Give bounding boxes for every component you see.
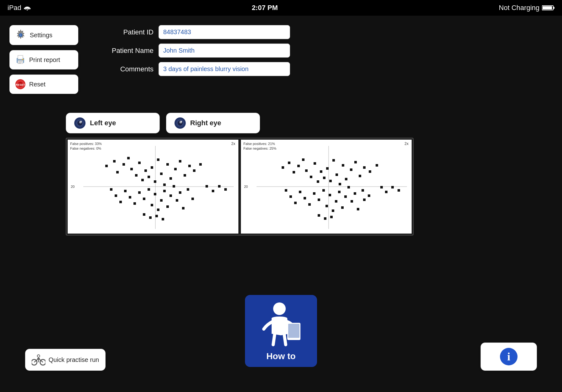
- svg-rect-63: [148, 188, 150, 191]
- svg-rect-78: [149, 216, 152, 219]
- svg-rect-130: [344, 195, 347, 198]
- svg-rect-87: [282, 166, 284, 169]
- svg-rect-53: [193, 169, 195, 172]
- svg-rect-120: [308, 203, 311, 206]
- svg-rect-122: [318, 199, 320, 201]
- eye-buttons: Left eye Right eye: [66, 113, 260, 133]
- patient-comments-row: Comments: [97, 62, 291, 76]
- svg-rect-131: [347, 186, 350, 188]
- svg-rect-2: [553, 7, 554, 9]
- patient-name-input[interactable]: [159, 44, 290, 58]
- right-eye-label: Right eye: [190, 119, 221, 127]
- how-to-icon: [256, 299, 306, 349]
- svg-rect-124: [325, 205, 328, 207]
- how-to-button[interactable]: How to: [245, 295, 317, 367]
- svg-rect-60: [133, 202, 136, 205]
- svg-rect-92: [305, 169, 308, 172]
- svg-rect-3: [543, 6, 552, 9]
- quick-practise-button[interactable]: Quick practise run: [25, 349, 106, 371]
- right-chart-20: 20: [244, 185, 248, 188]
- info-button[interactable]: i: [481, 343, 537, 371]
- quick-practise-container: Quick practise run: [25, 349, 106, 371]
- patient-id-input[interactable]: [159, 25, 290, 39]
- svg-rect-132: [351, 200, 353, 203]
- svg-rect-116: [289, 195, 292, 198]
- patient-comments-input[interactable]: [159, 62, 290, 76]
- svg-text:RESET: RESET: [16, 83, 25, 86]
- svg-rect-93: [310, 176, 312, 178]
- settings-label: Settings: [30, 32, 52, 39]
- svg-rect-49: [174, 168, 177, 170]
- svg-rect-113: [391, 186, 394, 188]
- svg-rect-69: [166, 205, 169, 208]
- charts-container: False positives: 33% False negatives: 0%…: [66, 138, 414, 235]
- svg-rect-71: [173, 185, 175, 188]
- left-eye-chart: False positives: 33% False negatives: 0%…: [68, 140, 238, 234]
- svg-point-147: [37, 355, 40, 357]
- right-false-negatives: False negatives: 25%: [243, 146, 276, 151]
- patient-id-row: Patient ID: [97, 25, 291, 39]
- reset-label: Reset: [29, 81, 45, 88]
- svg-rect-11: [18, 61, 22, 62]
- svg-rect-61: [138, 191, 141, 194]
- svg-rect-137: [324, 217, 326, 220]
- svg-rect-50: [179, 160, 181, 162]
- right-eye-button[interactable]: Right eye: [166, 113, 260, 133]
- left-eye-icon: [74, 117, 86, 129]
- right-eye-chart: False positives: 21% False negatives: 25…: [241, 140, 412, 234]
- left-chart-2x: 2x: [231, 142, 235, 146]
- svg-rect-70: [169, 194, 172, 197]
- svg-rect-100: [332, 159, 335, 162]
- svg-rect-52: [188, 165, 191, 167]
- svg-rect-82: [212, 190, 214, 192]
- print-report-button[interactable]: Print report: [9, 50, 78, 70]
- right-eye-icon: [174, 117, 186, 129]
- svg-rect-68: [163, 190, 166, 192]
- svg-rect-119: [304, 197, 306, 199]
- patient-name-row: Patient Name: [97, 44, 291, 58]
- svg-rect-111: [380, 186, 383, 188]
- patient-info: Patient ID Patient Name Comments: [97, 25, 291, 80]
- left-chart-stats: False positives: 33% False negatives: 0%: [70, 142, 102, 151]
- settings-button[interactable]: Settings: [9, 25, 78, 45]
- left-chart-20: 20: [71, 185, 75, 188]
- svg-point-14: [22, 59, 23, 60]
- svg-rect-41: [148, 176, 150, 178]
- left-eye-button[interactable]: Left eye: [66, 113, 160, 133]
- svg-rect-45: [160, 173, 163, 175]
- svg-rect-108: [363, 166, 366, 169]
- patient-name-label: Patient Name: [97, 47, 154, 55]
- svg-rect-39: [141, 179, 144, 181]
- battery-icon: [542, 5, 554, 11]
- svg-rect-56: [115, 194, 117, 197]
- right-chart-stats: False positives: 21% False negatives: 25…: [243, 142, 276, 151]
- svg-rect-40: [144, 169, 147, 172]
- svg-rect-33: [116, 171, 119, 173]
- svg-rect-76: [191, 198, 194, 200]
- svg-rect-57: [119, 201, 122, 203]
- reset-icon: RESET: [15, 79, 26, 90]
- wifi-icon: [24, 5, 31, 10]
- svg-rect-66: [157, 209, 159, 211]
- reset-button[interactable]: RESET Reset: [9, 75, 78, 94]
- svg-rect-99: [329, 180, 332, 182]
- svg-point-7: [20, 34, 21, 36]
- svg-rect-118: [299, 191, 301, 193]
- svg-rect-126: [332, 209, 334, 212]
- svg-rect-103: [342, 164, 344, 167]
- charging-status: Not Charging: [499, 4, 539, 12]
- svg-rect-12: [18, 62, 22, 63]
- status-bar: iPad 2:07 PM Not Charging: [0, 0, 562, 16]
- svg-rect-104: [345, 178, 347, 180]
- svg-rect-58: [124, 190, 127, 192]
- svg-rect-106: [354, 161, 357, 163]
- svg-rect-48: [169, 177, 172, 180]
- svg-rect-97: [323, 177, 325, 179]
- svg-point-0: [27, 9, 28, 10]
- main-content: Settings Print report RESET Reset: [0, 16, 562, 392]
- svg-rect-105: [350, 168, 352, 171]
- device-name: iPad: [8, 4, 21, 12]
- svg-rect-98: [326, 167, 329, 170]
- svg-rect-79: [155, 215, 158, 217]
- svg-rect-44: [157, 158, 159, 161]
